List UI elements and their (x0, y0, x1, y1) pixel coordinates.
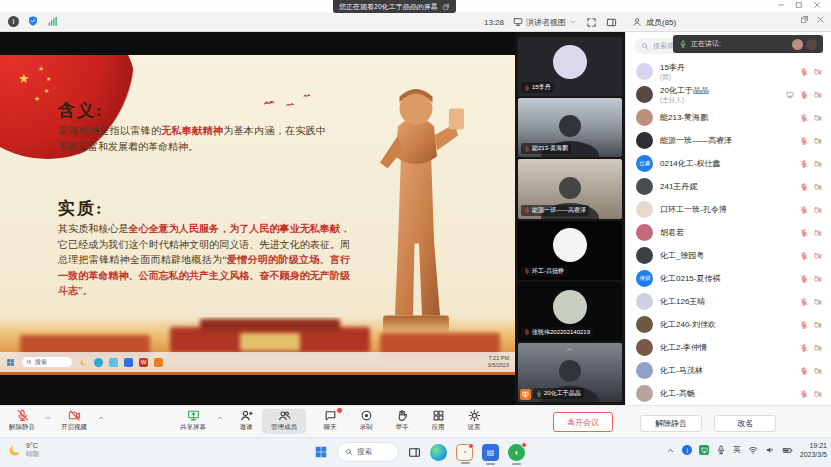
mic-options-chevron-icon[interactable] (44, 414, 52, 422)
camera-off-icon[interactable] (814, 252, 822, 260)
camera-off-icon[interactable] (814, 114, 822, 122)
start-video-button[interactable]: 开启视频 (52, 409, 96, 432)
tray-chevron-up-icon[interactable] (666, 446, 675, 455)
taskbar-search-box[interactable]: 搜索 (337, 442, 399, 462)
meeting-app-taskbar-icon[interactable]: ◔ (456, 444, 473, 461)
layout-icon[interactable] (606, 17, 617, 28)
participant-name: 0214化工-权仕鑫 (660, 159, 793, 169)
wechat-icon[interactable]: ◖ (508, 444, 525, 461)
mic-muted-icon[interactable] (800, 367, 808, 375)
mic-muted-icon[interactable] (800, 390, 808, 398)
taskbar-clock[interactable]: 19:212023/3/5 (800, 441, 827, 459)
meeting-info-icon[interactable]: i (8, 16, 19, 27)
camera-off-icon[interactable] (814, 137, 822, 145)
camera-off-icon[interactable] (814, 206, 822, 214)
share-screen-icon (187, 409, 200, 422)
panel-unmute-button[interactable]: 解除静音 (640, 415, 702, 432)
app-window: 您正在观看20化工于晶晶的屏幕 i 13:28 演讲者视图 成员(85) (0, 0, 831, 467)
panel-close-icon[interactable] (816, 15, 825, 24)
mic-muted-icon[interactable] (800, 160, 808, 168)
mic-muted-icon[interactable] (800, 183, 808, 191)
video-options-chevron-icon[interactable] (97, 414, 105, 422)
wifi-icon[interactable] (748, 445, 758, 455)
camera-off-icon[interactable] (814, 229, 822, 237)
battery-icon[interactable] (782, 445, 793, 456)
manage-members-button[interactable]: 管理成员 (262, 409, 306, 434)
participant-row[interactable]: 仕鑫 0214化工-权仕鑫 (626, 152, 831, 175)
settings-button[interactable]: 设置 (452, 409, 496, 432)
video-tile[interactable]: 能源一班——高睿泽 (518, 159, 622, 218)
docs-app-icon[interactable]: ▤ (482, 444, 499, 461)
participant-row[interactable]: 化工_徐园粤 (626, 244, 831, 267)
participant-row[interactable]: 化工2-李仲情 (626, 336, 831, 359)
mic-muted-icon[interactable] (800, 137, 808, 145)
participant-name: 化工0215-夏传祺 (660, 274, 793, 284)
participant-row[interactable]: 传祺 化工0215-夏传祺 (626, 267, 831, 290)
participant-row[interactable]: 241王丹妮 (626, 175, 831, 198)
meeting-clock: 13:28 (484, 18, 504, 27)
video-tile[interactable]: 张晓伟202202140219 (518, 282, 622, 341)
ime-indicator[interactable]: 英 (733, 445, 741, 455)
participant-row-host[interactable]: 20化工于晶晶(主持人) (626, 83, 831, 106)
camera-off-icon[interactable] (814, 160, 822, 168)
security-shield-icon[interactable] (27, 15, 39, 27)
view-mode-button[interactable]: 演讲者视图 (513, 17, 577, 28)
fullscreen-icon[interactable] (586, 17, 597, 28)
share-options-chevron-icon[interactable] (216, 414, 224, 422)
participant-name: 化工-马茂林 (660, 366, 793, 376)
task-view-icon[interactable] (408, 446, 421, 459)
mic-muted-icon[interactable] (800, 298, 808, 306)
mic-muted-icon[interactable] (800, 275, 808, 283)
minimize-icon[interactable] (777, 1, 785, 9)
mic-tray-icon[interactable] (716, 445, 726, 455)
panel-rename-button[interactable]: 改名 (714, 415, 776, 432)
popout-icon[interactable] (442, 3, 450, 11)
camera-off-icon[interactable] (814, 275, 822, 283)
mic-muted-icon[interactable] (800, 68, 808, 76)
meeting-tray-icon[interactable]: i (682, 445, 692, 455)
mic-muted-icon[interactable] (800, 321, 808, 329)
mic-muted-icon[interactable] (800, 252, 808, 260)
participant-row[interactable]: 化工126王晴 (626, 290, 831, 313)
camera-off-icon[interactable] (814, 367, 822, 375)
leave-meeting-button[interactable]: 离开会议 (553, 412, 613, 432)
mic-muted-icon[interactable] (800, 229, 808, 237)
mic-muted-icon (524, 85, 530, 91)
camera-off-icon[interactable] (814, 183, 822, 191)
video-tile[interactable]: 能213-黄海鹏 (518, 98, 622, 157)
participant-row[interactable]: 15李丹(我) (626, 60, 831, 83)
mic-muted-icon[interactable] (800, 114, 808, 122)
chevron-up-icon[interactable] (566, 345, 575, 354)
unmute-button[interactable]: 解除静音 (0, 409, 44, 432)
video-tile[interactable]: 环工-吕德铮 (518, 221, 622, 280)
network-signal-icon[interactable] (47, 16, 58, 27)
camera-off-icon[interactable] (814, 321, 822, 329)
participant-row[interactable]: 能源一班——高睿泽 (626, 129, 831, 152)
participant-row[interactable]: 胡君若 (626, 221, 831, 244)
camera-off-icon[interactable] (814, 390, 822, 398)
maximize-icon[interactable] (795, 1, 803, 9)
mic-muted-icon[interactable] (800, 91, 808, 99)
close-icon[interactable] (813, 1, 821, 9)
participant-row[interactable]: 能213-黄海鹏 (626, 106, 831, 129)
participant-row[interactable]: 口环工一班-孔令博 (626, 198, 831, 221)
edge-browser-icon[interactable] (430, 444, 447, 461)
share-screen-button[interactable]: 共享屏幕 (171, 409, 215, 432)
screen-share-tray-icon[interactable] (699, 445, 709, 455)
camera-off-icon[interactable] (814, 344, 822, 352)
video-tile[interactable]: 15李丹 (518, 37, 622, 96)
taskbar-weather-widget[interactable]: 9°C晴朗 (7, 442, 39, 459)
camera-off-icon[interactable] (814, 68, 822, 76)
video-tile-presenter[interactable]: 20化工于晶晶 (518, 343, 622, 402)
camera-off-icon[interactable] (814, 298, 822, 306)
mic-muted-icon[interactable] (800, 344, 808, 352)
mic-muted-icon[interactable] (800, 206, 808, 214)
participant-row[interactable]: 化工-高畅 (626, 382, 831, 405)
volume-icon[interactable] (765, 445, 775, 455)
participant-name: 能213-黄海鹏 (660, 113, 793, 123)
camera-off-icon[interactable] (814, 91, 822, 99)
participant-row[interactable]: 化工-马茂林 (626, 359, 831, 382)
start-button-icon[interactable] (314, 445, 328, 459)
participant-row[interactable]: 化工240-刘佳欢 (626, 313, 831, 336)
panel-popout-icon[interactable] (800, 15, 809, 24)
